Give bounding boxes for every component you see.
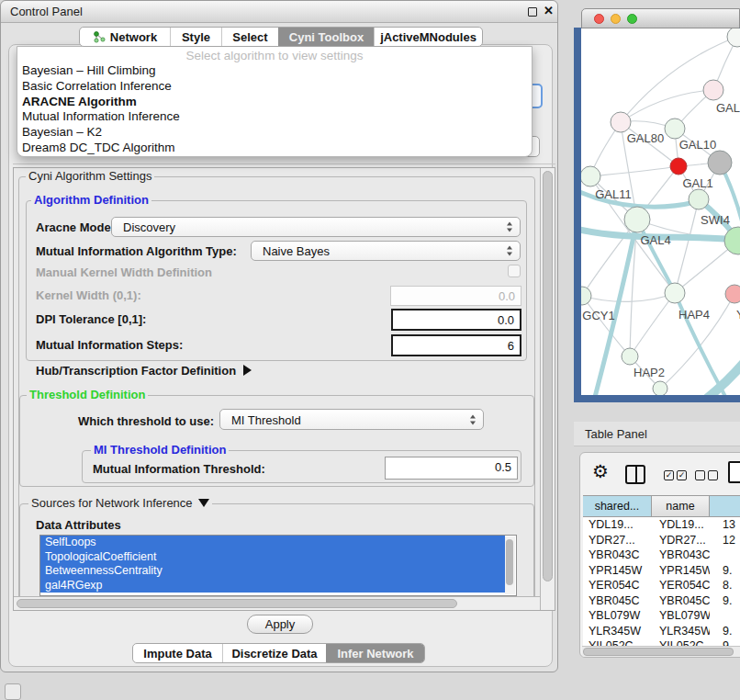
window-minimize-button[interactable] [611, 14, 621, 24]
hub-section-label: Hub/Transcription Factor Definition [36, 364, 236, 378]
tab-discretize-data[interactable]: Discretize Data [222, 644, 326, 662]
settings-horizontal-scrollbar[interactable] [14, 596, 540, 610]
network-graph[interactable]: GAL7GAL80GAL10GAL1GAL11SWI4GAL4GCY1HAP4Y… [581, 28, 740, 395]
hub-section-toggle[interactable]: Hub/Transcription Factor Definition [36, 364, 252, 378]
attribute-list-scroll-thumb[interactable] [506, 539, 513, 585]
data-attributes-list: SelfLoops TopologicalCoefficient Between… [39, 535, 517, 596]
settings-vertical-scroll-thumb[interactable] [543, 171, 553, 581]
split-panel-icon[interactable] [625, 465, 645, 484]
sources-group-toggle[interactable]: Sources for Network Inference [28, 496, 212, 510]
attribute-item-betweennesscentrality[interactable]: BetweennessCentrality [40, 564, 505, 579]
attribute-item-topologicalcoefficient[interactable]: TopologicalCoefficient [40, 550, 505, 565]
algorithm-option-bayesian-hill-climbing[interactable]: Bayesian – Hill Climbing [17, 63, 532, 79]
algorithm-option-dream8[interactable]: Dream8 DC_TDC Algorithm [17, 141, 532, 156]
network-edge-highlighted[interactable] [594, 220, 637, 395]
table-row[interactable]: YBR045CYBR045C9. [583, 593, 740, 609]
table-cell: YBR045C [583, 593, 652, 609]
network-view-canvas[interactable]: GAL7GAL80GAL10GAL1GAL11SWI4GAL4GCY1HAP4Y… [581, 28, 740, 395]
attribute-item-gal4rgexp[interactable]: gal4RGexp [40, 579, 505, 593]
aracne-mode-label: Aracne Mode: [36, 220, 115, 234]
table-row[interactable]: YER054CYER054C8. [583, 578, 740, 593]
network-node[interactable] [670, 158, 687, 175]
network-node[interactable] [725, 285, 740, 303]
table-cell: YIL052C [583, 638, 652, 646]
table-row[interactable]: YIL052CYIL052C9 [583, 638, 740, 646]
network-node-label: Y [736, 308, 740, 322]
window-zoom-button[interactable] [627, 14, 637, 24]
table-horizontal-scroll-thumb[interactable] [583, 648, 734, 656]
tab-impute-data[interactable]: Impute Data [133, 644, 222, 662]
network-window-titlebar[interactable] [581, 8, 740, 28]
window-close-button[interactable] [594, 14, 604, 24]
algorithm-option-bayesian-k2[interactable]: Bayesian – K2 [17, 125, 532, 141]
network-node[interactable] [665, 119, 685, 139]
bottom-left-grip[interactable] [5, 683, 21, 700]
tab-cyni-toolbox[interactable]: Cyni Toolbox [278, 28, 374, 46]
network-node[interactable] [703, 80, 723, 100]
network-node[interactable] [653, 381, 667, 395]
which-threshold-select[interactable]: MI Threshold [219, 409, 484, 430]
tab-network[interactable]: Network [80, 28, 170, 46]
unchecked-checkbox-icon[interactable] [695, 470, 705, 480]
network-node[interactable] [622, 348, 638, 365]
attribute-list-scrollbar[interactable] [505, 536, 515, 594]
manual-kernel-width-checkbox[interactable] [508, 265, 521, 277]
checked-checkbox-icon[interactable]: ✓ [677, 470, 687, 480]
network-node[interactable] [581, 166, 600, 186]
new-table-icon[interactable] [728, 461, 740, 483]
column-header-shared-name[interactable]: shared... [583, 496, 652, 516]
close-panel-icon[interactable]: ✕ [544, 4, 554, 17]
table-row[interactable]: YLR345WYLR345W9. [583, 624, 740, 639]
control-panel-tabs: Network Style Select Cyni Toolbox jActiv… [79, 27, 483, 47]
float-window-icon[interactable] [528, 7, 537, 17]
mi-threshold-group-title: MI Threshold Definition [91, 443, 229, 457]
network-node[interactable] [689, 189, 709, 209]
network-edge[interactable] [582, 293, 675, 301]
table-row[interactable]: YBR043CYBR043C [583, 548, 740, 563]
network-edge[interactable] [630, 293, 675, 356]
algorithm-option-basic-correlation[interactable]: Basic Correlation Inference [17, 79, 532, 95]
attribute-item-selfloops[interactable]: SelfLoops [40, 536, 505, 550]
network-edge[interactable] [590, 166, 678, 176]
mi-steps-field[interactable]: 6 [391, 334, 521, 356]
settings-vertical-scrollbar[interactable] [540, 168, 555, 610]
combo-updown-icon [507, 246, 513, 256]
network-node[interactable] [624, 207, 650, 232]
table-row[interactable]: YPR145WYPR145W9. [583, 563, 740, 579]
table-row[interactable]: YBL079WYBL079W [583, 608, 740, 624]
column-header-clipped[interactable] [710, 496, 740, 516]
mi-algorithm-type-select[interactable]: Naive Bayes [251, 241, 521, 261]
network-node[interactable] [611, 112, 631, 132]
network-node[interactable] [727, 28, 740, 47]
combo-updown-icon [470, 414, 477, 424]
tab-style[interactable]: Style [170, 28, 221, 46]
tab-select[interactable]: Select [221, 28, 278, 46]
tab-jactivemnodules[interactable]: jActiveMNodules [374, 28, 482, 46]
settings-horizontal-scroll-thumb[interactable] [17, 599, 457, 608]
table-settings-gear-icon[interactable]: ⚙ [592, 460, 609, 482]
table-row[interactable]: YDL19...YDL19...13 [583, 517, 740, 533]
table-cell: 9. [710, 563, 740, 579]
checked-checkbox-icon[interactable]: ✓ [664, 470, 674, 480]
network-node[interactable] [581, 287, 591, 305]
mi-threshold-field[interactable]: 0.5 [385, 457, 518, 480]
kernel-width-field[interactable]: 0.0 [390, 286, 521, 306]
network-node-label: SWI4 [701, 213, 730, 227]
cyni-settings-scroll-area: Cyni Algorithm Settings Algorithm Defini… [13, 167, 555, 611]
unchecked-checkbox-icon[interactable] [708, 470, 718, 480]
table-horizontal-scrollbar[interactable] [582, 646, 740, 657]
algorithm-option-mutual-information[interactable]: Mutual Information Inference [17, 109, 532, 125]
collapsed-arrow-icon[interactable] [243, 365, 252, 376]
network-node[interactable] [665, 283, 685, 303]
network-edge[interactable] [675, 199, 699, 293]
network-node[interactable] [708, 151, 732, 175]
table-row[interactable]: YDR27...YDR27...12 [583, 533, 740, 548]
dpi-tolerance-field[interactable]: 0.0 [391, 309, 521, 331]
apply-button[interactable]: Apply [247, 615, 313, 634]
aracne-mode-select[interactable]: Discovery [111, 217, 521, 237]
column-header-name[interactable]: name [652, 496, 710, 516]
expanded-arrow-icon[interactable] [198, 499, 209, 507]
algorithm-option-aracne[interactable]: ARACNE Algorithm [17, 95, 532, 110]
tab-infer-network[interactable]: Infer Network [326, 644, 424, 662]
network-node-label: GAL7 [716, 101, 740, 115]
